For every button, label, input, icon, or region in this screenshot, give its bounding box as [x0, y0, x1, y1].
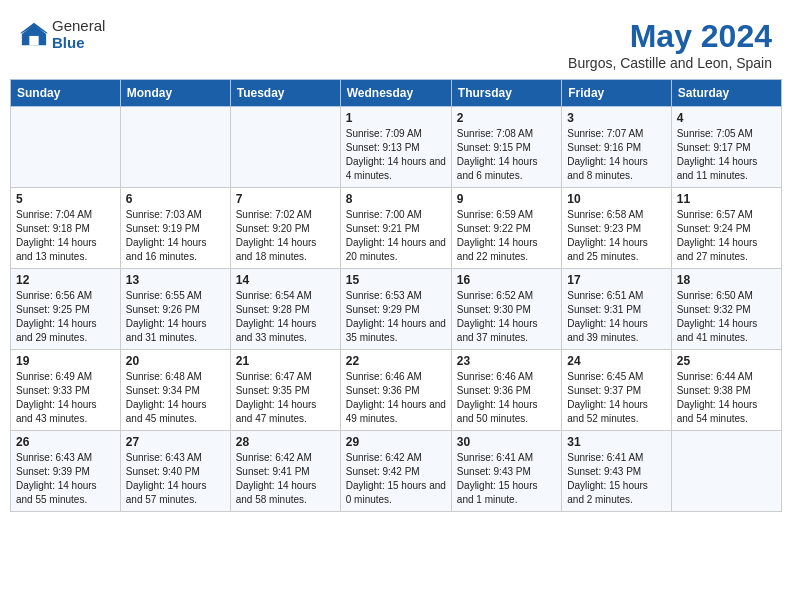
weekday-header-row: SundayMondayTuesdayWednesdayThursdayFrid…: [11, 80, 782, 107]
calendar-cell: 3Sunrise: 7:07 AMSunset: 9:16 PMDaylight…: [562, 107, 671, 188]
day-number: 28: [236, 435, 335, 449]
day-number: 4: [677, 111, 776, 125]
calendar-cell: 19Sunrise: 6:49 AMSunset: 9:33 PMDayligh…: [11, 350, 121, 431]
calendar-cell: 2Sunrise: 7:08 AMSunset: 9:15 PMDaylight…: [451, 107, 561, 188]
day-info: Sunrise: 6:51 AMSunset: 9:31 PMDaylight:…: [567, 289, 665, 345]
calendar-cell: 30Sunrise: 6:41 AMSunset: 9:43 PMDayligh…: [451, 431, 561, 512]
calendar-cell: 29Sunrise: 6:42 AMSunset: 9:42 PMDayligh…: [340, 431, 451, 512]
calendar-table: SundayMondayTuesdayWednesdayThursdayFrid…: [10, 79, 782, 512]
day-info: Sunrise: 7:07 AMSunset: 9:16 PMDaylight:…: [567, 127, 665, 183]
calendar-cell: 12Sunrise: 6:56 AMSunset: 9:25 PMDayligh…: [11, 269, 121, 350]
weekday-header-saturday: Saturday: [671, 80, 781, 107]
calendar-cell: 31Sunrise: 6:41 AMSunset: 9:43 PMDayligh…: [562, 431, 671, 512]
weekday-header-thursday: Thursday: [451, 80, 561, 107]
day-info: Sunrise: 6:56 AMSunset: 9:25 PMDaylight:…: [16, 289, 115, 345]
day-number: 31: [567, 435, 665, 449]
calendar-week-3: 12Sunrise: 6:56 AMSunset: 9:25 PMDayligh…: [11, 269, 782, 350]
day-info: Sunrise: 7:09 AMSunset: 9:13 PMDaylight:…: [346, 127, 446, 183]
calendar-week-4: 19Sunrise: 6:49 AMSunset: 9:33 PMDayligh…: [11, 350, 782, 431]
calendar-cell: 22Sunrise: 6:46 AMSunset: 9:36 PMDayligh…: [340, 350, 451, 431]
calendar-cell: 8Sunrise: 7:00 AMSunset: 9:21 PMDaylight…: [340, 188, 451, 269]
day-info: Sunrise: 6:43 AMSunset: 9:39 PMDaylight:…: [16, 451, 115, 507]
day-number: 26: [16, 435, 115, 449]
day-number: 23: [457, 354, 556, 368]
day-info: Sunrise: 6:59 AMSunset: 9:22 PMDaylight:…: [457, 208, 556, 264]
weekday-header-friday: Friday: [562, 80, 671, 107]
calendar-cell: 17Sunrise: 6:51 AMSunset: 9:31 PMDayligh…: [562, 269, 671, 350]
calendar-cell: 25Sunrise: 6:44 AMSunset: 9:38 PMDayligh…: [671, 350, 781, 431]
calendar-cell: 9Sunrise: 6:59 AMSunset: 9:22 PMDaylight…: [451, 188, 561, 269]
title-block: May 2024 Burgos, Castille and Leon, Spai…: [568, 18, 772, 71]
logo-text: General Blue: [52, 18, 105, 51]
logo-blue-text: Blue: [52, 35, 105, 52]
calendar-cell: 1Sunrise: 7:09 AMSunset: 9:13 PMDaylight…: [340, 107, 451, 188]
day-info: Sunrise: 6:44 AMSunset: 9:38 PMDaylight:…: [677, 370, 776, 426]
day-info: Sunrise: 7:04 AMSunset: 9:18 PMDaylight:…: [16, 208, 115, 264]
day-info: Sunrise: 7:05 AMSunset: 9:17 PMDaylight:…: [677, 127, 776, 183]
day-number: 7: [236, 192, 335, 206]
calendar-cell: 6Sunrise: 7:03 AMSunset: 9:19 PMDaylight…: [120, 188, 230, 269]
day-info: Sunrise: 7:02 AMSunset: 9:20 PMDaylight:…: [236, 208, 335, 264]
calendar-cell: 20Sunrise: 6:48 AMSunset: 9:34 PMDayligh…: [120, 350, 230, 431]
calendar-week-5: 26Sunrise: 6:43 AMSunset: 9:39 PMDayligh…: [11, 431, 782, 512]
day-number: 12: [16, 273, 115, 287]
calendar-cell: 15Sunrise: 6:53 AMSunset: 9:29 PMDayligh…: [340, 269, 451, 350]
page-header: General Blue May 2024 Burgos, Castille a…: [10, 10, 782, 75]
calendar-cell: 7Sunrise: 7:02 AMSunset: 9:20 PMDaylight…: [230, 188, 340, 269]
weekday-header-wednesday: Wednesday: [340, 80, 451, 107]
day-number: 6: [126, 192, 225, 206]
day-number: 11: [677, 192, 776, 206]
day-number: 14: [236, 273, 335, 287]
calendar-cell: 13Sunrise: 6:55 AMSunset: 9:26 PMDayligh…: [120, 269, 230, 350]
svg-rect-2: [29, 35, 38, 44]
day-info: Sunrise: 6:57 AMSunset: 9:24 PMDaylight:…: [677, 208, 776, 264]
day-number: 29: [346, 435, 446, 449]
day-number: 17: [567, 273, 665, 287]
day-number: 8: [346, 192, 446, 206]
day-info: Sunrise: 6:45 AMSunset: 9:37 PMDaylight:…: [567, 370, 665, 426]
day-number: 9: [457, 192, 556, 206]
day-info: Sunrise: 6:41 AMSunset: 9:43 PMDaylight:…: [567, 451, 665, 507]
day-info: Sunrise: 6:52 AMSunset: 9:30 PMDaylight:…: [457, 289, 556, 345]
calendar-cell: [11, 107, 121, 188]
calendar-cell: [671, 431, 781, 512]
calendar-cell: 26Sunrise: 6:43 AMSunset: 9:39 PMDayligh…: [11, 431, 121, 512]
calendar-subtitle: Burgos, Castille and Leon, Spain: [568, 55, 772, 71]
calendar-week-1: 1Sunrise: 7:09 AMSunset: 9:13 PMDaylight…: [11, 107, 782, 188]
day-number: 13: [126, 273, 225, 287]
day-number: 16: [457, 273, 556, 287]
day-info: Sunrise: 7:08 AMSunset: 9:15 PMDaylight:…: [457, 127, 556, 183]
day-number: 5: [16, 192, 115, 206]
weekday-header-sunday: Sunday: [11, 80, 121, 107]
day-number: 3: [567, 111, 665, 125]
day-number: 2: [457, 111, 556, 125]
calendar-cell: 23Sunrise: 6:46 AMSunset: 9:36 PMDayligh…: [451, 350, 561, 431]
day-info: Sunrise: 6:46 AMSunset: 9:36 PMDaylight:…: [457, 370, 556, 426]
day-info: Sunrise: 6:48 AMSunset: 9:34 PMDaylight:…: [126, 370, 225, 426]
logo-general-text: General: [52, 18, 105, 35]
calendar-cell: [120, 107, 230, 188]
day-info: Sunrise: 6:54 AMSunset: 9:28 PMDaylight:…: [236, 289, 335, 345]
day-number: 10: [567, 192, 665, 206]
day-info: Sunrise: 6:42 AMSunset: 9:42 PMDaylight:…: [346, 451, 446, 507]
logo: General Blue: [20, 18, 105, 51]
day-info: Sunrise: 6:50 AMSunset: 9:32 PMDaylight:…: [677, 289, 776, 345]
day-info: Sunrise: 6:46 AMSunset: 9:36 PMDaylight:…: [346, 370, 446, 426]
day-number: 27: [126, 435, 225, 449]
day-info: Sunrise: 6:58 AMSunset: 9:23 PMDaylight:…: [567, 208, 665, 264]
day-info: Sunrise: 6:49 AMSunset: 9:33 PMDaylight:…: [16, 370, 115, 426]
weekday-header-tuesday: Tuesday: [230, 80, 340, 107]
day-info: Sunrise: 6:47 AMSunset: 9:35 PMDaylight:…: [236, 370, 335, 426]
calendar-cell: 10Sunrise: 6:58 AMSunset: 9:23 PMDayligh…: [562, 188, 671, 269]
calendar-cell: 11Sunrise: 6:57 AMSunset: 9:24 PMDayligh…: [671, 188, 781, 269]
calendar-cell: 16Sunrise: 6:52 AMSunset: 9:30 PMDayligh…: [451, 269, 561, 350]
calendar-cell: 18Sunrise: 6:50 AMSunset: 9:32 PMDayligh…: [671, 269, 781, 350]
day-number: 19: [16, 354, 115, 368]
day-info: Sunrise: 6:53 AMSunset: 9:29 PMDaylight:…: [346, 289, 446, 345]
day-info: Sunrise: 6:42 AMSunset: 9:41 PMDaylight:…: [236, 451, 335, 507]
calendar-week-2: 5Sunrise: 7:04 AMSunset: 9:18 PMDaylight…: [11, 188, 782, 269]
day-info: Sunrise: 6:41 AMSunset: 9:43 PMDaylight:…: [457, 451, 556, 507]
day-number: 24: [567, 354, 665, 368]
calendar-title: May 2024: [568, 18, 772, 55]
day-number: 15: [346, 273, 446, 287]
